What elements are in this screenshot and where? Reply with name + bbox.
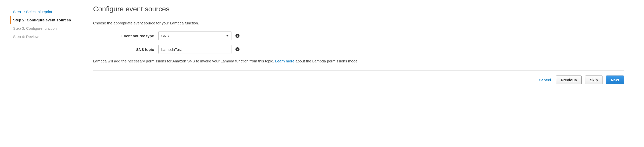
step-2-configure-event-sources[interactable]: Step 2: Configure event sources <box>10 16 78 24</box>
step-4-review: Step 4: Review <box>10 32 78 41</box>
event-source-type-select[interactable]: SNS <box>158 31 231 40</box>
info-icon[interactable]: i <box>235 34 239 38</box>
sns-topic-input-wrap[interactable] <box>158 45 231 54</box>
permissions-suffix: about the Lambda permissions model. <box>294 59 359 63</box>
learn-more-link[interactable]: Learn more <box>275 59 295 63</box>
sns-topic-input[interactable] <box>161 47 229 52</box>
sns-topic-label: SNS topic <box>93 47 158 52</box>
previous-button[interactable]: Previous <box>556 76 581 84</box>
permissions-prefix: Lambda will add the necessary permission… <box>93 59 275 63</box>
page-title: Configure event sources <box>93 5 624 16</box>
cancel-button[interactable]: Cancel <box>537 78 552 82</box>
step-3-configure-function: Step 3: Configure function <box>10 24 78 32</box>
footer-actions: Cancel Previous Skip Next <box>93 70 624 84</box>
chevron-down-icon <box>226 35 229 36</box>
skip-button[interactable]: Skip <box>585 76 603 84</box>
info-icon[interactable]: i <box>235 47 239 51</box>
wizard-steps: Step 1: Select blueprint Step 2: Configu… <box>10 5 83 84</box>
page-description: Choose the appropriate event source for … <box>93 21 624 25</box>
event-source-type-value: SNS <box>161 34 169 38</box>
step-1-select-blueprint[interactable]: Step 1: Select blueprint <box>10 8 78 16</box>
event-source-type-label: Event source type <box>93 34 158 38</box>
main-panel: Configure event sources Choose the appro… <box>93 5 634 84</box>
next-button[interactable]: Next <box>606 76 624 84</box>
permissions-text: Lambda will add the necessary permission… <box>93 58 624 70</box>
